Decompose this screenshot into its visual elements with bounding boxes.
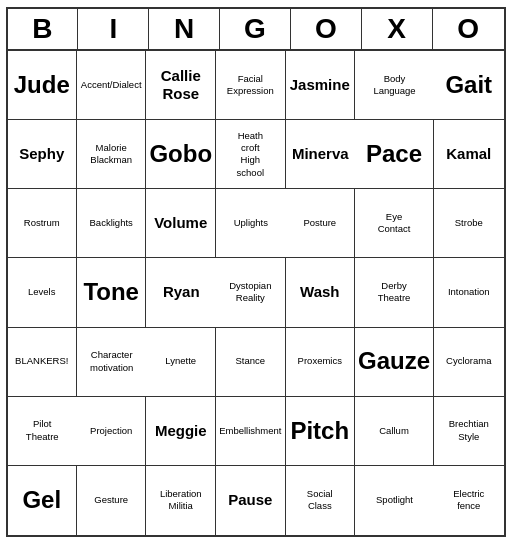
cell-text-38: Embellishment (219, 425, 281, 437)
bingo-cell-15: Backlights (77, 189, 146, 258)
bingo-cell-8: Malorie Blackman (77, 120, 146, 189)
bingo-cell-44: Liberation Militia (146, 466, 216, 535)
bingo-cell-28: BLANKERS! (8, 328, 77, 397)
header-cell-o: O (433, 9, 504, 49)
cell-text-48: Electric fence (437, 488, 500, 513)
bingo-cell-38: Embellishment (216, 397, 285, 466)
bingo-cell-27: Intonation (434, 258, 503, 327)
header-cell-o: O (291, 9, 362, 49)
header-cell-x: X (362, 9, 433, 49)
bingo-cell-18: Posture (286, 189, 355, 258)
bingo-cell-33: Gauze (355, 328, 434, 397)
cell-text-0: Jude (11, 72, 73, 98)
cell-text-21: Levels (11, 286, 73, 298)
bingo-cell-45: Pause (216, 466, 285, 535)
cell-text-30: Lynette (149, 355, 212, 367)
cell-text-6: Gait (437, 72, 500, 98)
cell-text-28: BLANKERS! (11, 355, 73, 367)
header-cell-n: N (149, 9, 220, 49)
bingo-cell-41: Brechtian Style (434, 397, 503, 466)
cell-text-32: Proxemics (289, 355, 351, 367)
bingo-cell-21: Levels (8, 258, 77, 327)
cell-text-33: Gauze (358, 348, 430, 374)
cell-text-11: Minerva (289, 145, 352, 163)
cell-text-43: Gesture (80, 494, 142, 506)
bingo-cell-1: Accent/Dialect (77, 51, 146, 120)
bingo-cell-35: Pilot Theatre (8, 397, 77, 466)
cell-text-12: Pace (358, 141, 430, 167)
cell-text-10: Heath croft High school (219, 130, 281, 179)
cell-text-42: Gel (11, 487, 73, 513)
header-cell-i: I (78, 9, 149, 49)
cell-text-34: Cyclorama (437, 355, 500, 367)
cell-text-20: Strobe (437, 217, 500, 229)
bingo-cell-0: Jude (8, 51, 77, 120)
bingo-cell-5: Body Language (355, 51, 434, 120)
bingo-cell-48: Electric fence (434, 466, 503, 535)
bingo-cell-9: Gobo (146, 120, 216, 189)
cell-text-29: Character motivation (80, 349, 143, 374)
cell-text-15: Backlights (80, 217, 142, 229)
cell-text-41: Brechtian Style (437, 418, 500, 443)
cell-text-44: Liberation Militia (149, 488, 212, 513)
header-cell-b: B (8, 9, 79, 49)
bingo-cell-30: Lynette (146, 328, 216, 397)
bingo-cell-46: Social Class (286, 466, 355, 535)
cell-text-19: Eye Contact (358, 211, 430, 236)
bingo-cell-36: Projection (77, 397, 146, 466)
cell-text-3: Facial Expression (219, 73, 281, 98)
bingo-cell-31: Stance (216, 328, 285, 397)
cell-text-25: Wash (289, 283, 351, 301)
bingo-cell-4: Jasmine (286, 51, 355, 120)
cell-text-8: Malorie Blackman (80, 142, 142, 167)
bingo-cell-23: Ryan (146, 258, 216, 327)
cell-text-5: Body Language (358, 73, 431, 98)
cell-text-9: Gobo (149, 141, 212, 167)
bingo-cell-14: Rostrum (8, 189, 77, 258)
bingo-cell-34: Cyclorama (434, 328, 503, 397)
cell-text-22: Tone (80, 279, 142, 305)
bingo-cell-17: Uplights (216, 189, 285, 258)
bingo-header: BINGOXO (8, 9, 504, 51)
bingo-cell-12: Pace (355, 120, 434, 189)
cell-text-36: Projection (80, 425, 142, 437)
cell-text-35: Pilot Theatre (11, 418, 74, 443)
cell-text-17: Uplights (219, 217, 282, 229)
bingo-cell-39: Pitch (286, 397, 355, 466)
bingo-cell-29: Character motivation (77, 328, 146, 397)
bingo-cell-37: Meggie (146, 397, 216, 466)
bingo-cell-13: Kamal (434, 120, 503, 189)
cell-text-18: Posture (289, 217, 351, 229)
cell-text-47: Spotlight (358, 494, 431, 506)
bingo-cell-19: Eye Contact (355, 189, 434, 258)
cell-text-26: Derby Theatre (358, 280, 430, 305)
cell-text-1: Accent/Dialect (80, 79, 142, 91)
bingo-cell-42: Gel (8, 466, 77, 535)
bingo-cell-11: Minerva (286, 120, 355, 189)
bingo-grid: JudeAccent/DialectCallie RoseFacial Expr… (8, 51, 504, 535)
bingo-cell-43: Gesture (77, 466, 146, 535)
bingo-cell-26: Derby Theatre (355, 258, 434, 327)
cell-text-37: Meggie (149, 422, 212, 440)
cell-text-40: Callum (358, 425, 430, 437)
bingo-card: BINGOXO JudeAccent/DialectCallie RoseFac… (6, 7, 506, 537)
cell-text-39: Pitch (289, 418, 351, 444)
bingo-cell-40: Callum (355, 397, 434, 466)
cell-text-16: Volume (149, 214, 212, 232)
bingo-cell-10: Heath croft High school (216, 120, 285, 189)
cell-text-24: Dystopian Reality (219, 280, 281, 305)
bingo-cell-3: Facial Expression (216, 51, 285, 120)
cell-text-13: Kamal (437, 145, 500, 163)
cell-text-27: Intonation (437, 286, 500, 298)
bingo-cell-22: Tone (77, 258, 146, 327)
bingo-cell-6: Gait (434, 51, 503, 120)
cell-text-2: Callie Rose (149, 67, 212, 103)
cell-text-4: Jasmine (289, 76, 351, 94)
cell-text-31: Stance (219, 355, 281, 367)
bingo-cell-7: Sephy (8, 120, 77, 189)
cell-text-46: Social Class (289, 488, 351, 513)
bingo-cell-20: Strobe (434, 189, 503, 258)
cell-text-23: Ryan (149, 283, 213, 301)
bingo-cell-25: Wash (286, 258, 355, 327)
cell-text-45: Pause (219, 491, 281, 509)
